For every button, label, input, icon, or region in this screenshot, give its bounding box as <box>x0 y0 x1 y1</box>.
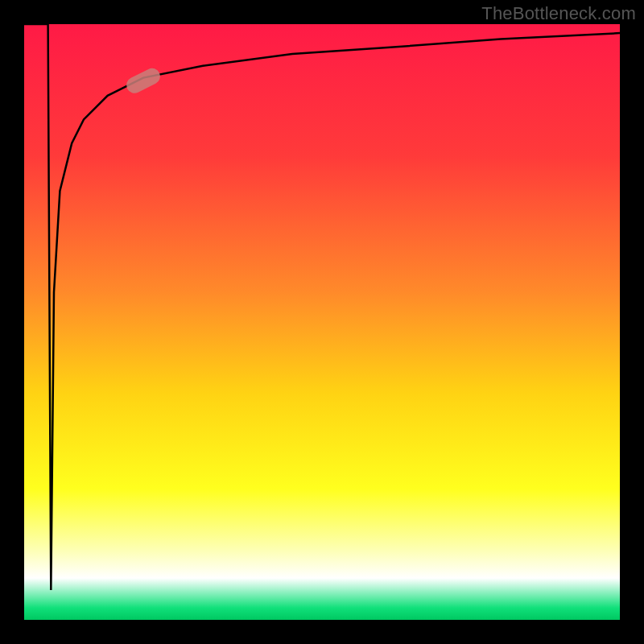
x-axis <box>0 620 644 644</box>
chart-svg <box>0 0 644 644</box>
plot-background <box>24 24 620 620</box>
watermark-text: TheBottleneck.com <box>481 3 636 24</box>
right-border <box>620 0 644 644</box>
bottleneck-chart: TheBottleneck.com <box>0 0 644 644</box>
y-axis <box>0 0 24 644</box>
